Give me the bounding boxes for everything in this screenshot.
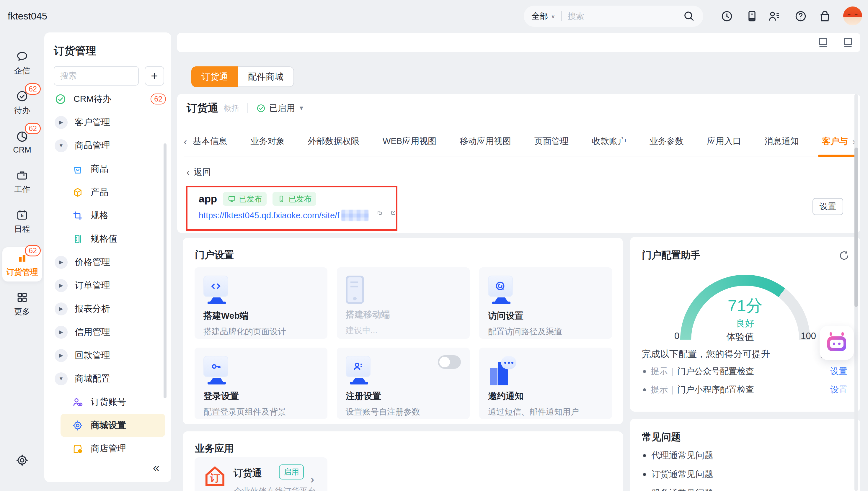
- avatar[interactable]: [843, 6, 862, 25]
- tab-web-view[interactable]: WEB应用视图: [383, 136, 437, 147]
- status-enabled[interactable]: 已启用: [269, 103, 295, 114]
- tab-business-params[interactable]: 业务参数: [649, 136, 684, 147]
- robot-antenna: [841, 332, 844, 336]
- tab-mobile-view[interactable]: 移动应用视图: [460, 136, 511, 147]
- collapse-sidebar-icon[interactable]: «: [153, 461, 160, 474]
- help-icon[interactable]: [794, 10, 807, 23]
- sidebar-item-label: 商店管理: [91, 442, 126, 455]
- tab-parts-mall[interactable]: 配件商城: [238, 66, 294, 87]
- sidebar-title: 订货管理: [54, 44, 96, 58]
- register-toggle[interactable]: [438, 355, 461, 369]
- chevron-right-icon: ▶: [55, 349, 67, 362]
- tab-basic-info[interactable]: 基本信息: [193, 136, 227, 147]
- chevron-down-icon: ▼: [299, 105, 304, 112]
- tabs-scroll-left-icon[interactable]: ‹: [184, 136, 187, 147]
- assistant-setting-link[interactable]: 设置: [830, 384, 847, 396]
- site-settings-button[interactable]: 设置: [812, 198, 843, 215]
- chevron-right-icon[interactable]: ›: [310, 473, 314, 486]
- ai-assistant-button[interactable]: [819, 326, 854, 360]
- sidebar-group-price[interactable]: ▶ 价格管理: [44, 251, 171, 274]
- search-scope-select[interactable]: 全部: [531, 11, 548, 22]
- card-desc: 设置账号自注册参数: [346, 406, 461, 417]
- rail-item-label: 企信: [14, 65, 30, 76]
- settings-gear-icon[interactable]: [16, 454, 29, 467]
- sidebar-scrollbar[interactable]: [164, 143, 167, 398]
- tab-business-object[interactable]: 业务对象: [250, 136, 285, 147]
- assistant-title: 门户配置助手: [642, 249, 700, 262]
- portal-assistant-card: 门户配置助手 71分 良好 0 体验值 100 完成以下配置，您的得分可提升 更…: [630, 237, 860, 412]
- sidebar-item-order-account[interactable]: 订货账号: [44, 391, 171, 414]
- contacts-icon[interactable]: [767, 10, 781, 23]
- search-input[interactable]: [568, 11, 682, 21]
- app-desc: 企业伙伴在线订货平台: [233, 486, 316, 491]
- sidebar-item-product[interactable]: 产品: [44, 181, 171, 204]
- storefront-icon: [72, 443, 84, 455]
- rail-item-crm[interactable]: CRM 62: [2, 125, 42, 159]
- copy-icon[interactable]: [377, 210, 382, 221]
- sidebar-item-spec[interactable]: 规格: [44, 204, 171, 227]
- sidebar-item-spec-value[interactable]: 规格值: [44, 227, 171, 251]
- rail-item-schedule[interactable]: 5 日程: [2, 204, 42, 238]
- web-published-badge: 已发布: [223, 192, 267, 206]
- tab-customer-active[interactable]: 客户与: [822, 136, 850, 147]
- tab-page-mgmt[interactable]: 页面管理: [534, 136, 569, 147]
- open-external-icon[interactable]: [391, 210, 396, 221]
- card-register-settings[interactable]: 注册设置 设置账号自注册参数: [337, 348, 470, 419]
- card-build-web[interactable]: 搭建Web端 搭建品牌化的页面设计: [195, 267, 328, 339]
- faq-item[interactable]: 订货通常见问题: [643, 468, 713, 480]
- sidebar-item-crm-todo[interactable]: CRM待办 62: [44, 87, 171, 111]
- main-scrollbar-thumb[interactable]: [855, 148, 858, 307]
- monitor-icon[interactable]: [817, 36, 829, 49]
- rail-item-label: 更多: [14, 306, 30, 317]
- card-access-settings[interactable]: 访问设置 配置访问路径及渠道: [479, 267, 612, 339]
- monitor-icon-2[interactable]: [842, 36, 854, 49]
- add-button[interactable]: +: [145, 66, 164, 86]
- tab-message-notify[interactable]: 消息通知: [765, 136, 799, 147]
- sidebar-group-order[interactable]: ▶ 订单管理: [44, 274, 171, 297]
- rail-item-more[interactable]: 更多: [2, 287, 42, 321]
- sidebar-search-input[interactable]: [54, 66, 139, 86]
- sidebar-item-label: 规格: [91, 209, 108, 222]
- sidebar-item-goods[interactable]: 商品: [44, 157, 171, 181]
- feedback-icon[interactable]: [746, 10, 758, 23]
- enabled-check-icon: [256, 104, 266, 113]
- sidebar-group-payment[interactable]: ▶ 回款管理: [44, 344, 171, 367]
- refresh-icon[interactable]: [838, 250, 850, 261]
- rail-item-order-mgmt[interactable]: 订货管理 62: [2, 247, 42, 282]
- sidebar-group-report[interactable]: ▶ 报表分析: [44, 297, 171, 320]
- sidebar-item-mall-settings[interactable]: 商城设置: [60, 414, 165, 437]
- org-name: fktest045: [8, 11, 47, 22]
- tab-payment-account[interactable]: 收款账户: [592, 136, 626, 147]
- tab-app-entry[interactable]: 应用入口: [707, 136, 741, 147]
- rail-item-qixin[interactable]: 企信: [2, 46, 42, 80]
- faq-item[interactable]: 服务通常见问题: [643, 487, 713, 491]
- card-invite-notify[interactable]: 邀约通知 通过短信、邮件通知用户: [479, 348, 612, 419]
- tab-dinghuotong[interactable]: 订货通: [191, 66, 238, 87]
- dinghuotong-app-card[interactable]: 订 订货通 启用 › 企业伙伴在线订货平台: [195, 457, 328, 491]
- card-title: 搭建移动端: [346, 309, 461, 321]
- site-url-link[interactable]: https://fktest045.qd.fxiaoke.com/site/f: [199, 211, 339, 221]
- sidebar-group-credit[interactable]: ▶ 信用管理: [44, 320, 171, 344]
- history-icon[interactable]: [720, 10, 733, 23]
- sidebar-item-label: 信用管理: [75, 326, 110, 338]
- tab-external-data[interactable]: 外部数据权限: [308, 136, 359, 147]
- business-apps-card: 业务应用 订 订货通 启用 › 企业伙伴在线订货平台: [183, 431, 623, 491]
- faq-item[interactable]: 代理通常见问题: [643, 450, 713, 461]
- todo-badge: 62: [25, 83, 41, 95]
- shop-bag-icon[interactable]: [818, 10, 831, 23]
- rail-item-todo[interactable]: 待办 62: [2, 86, 42, 120]
- sidebar-panel: 订货管理 + CRM待办 62 ▶ 客户管理 ▼ 商品管理 商品 产品 规格: [44, 32, 171, 482]
- assistant-setting-link[interactable]: 设置: [830, 366, 847, 377]
- content-header-strip: [177, 33, 860, 52]
- global-search[interactable]: 全部 ∨: [524, 6, 703, 27]
- rail-item-work[interactable]: 工作: [2, 165, 42, 199]
- sidebar-item-store-mgmt[interactable]: 商店管理: [44, 437, 171, 460]
- search-icon[interactable]: [682, 10, 696, 23]
- sidebar-item-label: 产品: [91, 186, 108, 198]
- back-button[interactable]: ‹ 返回: [187, 167, 211, 178]
- card-login-settings[interactable]: 登录设置 配置登录页组件及背景: [195, 348, 328, 419]
- sidebar-group-customer[interactable]: ▶ 客户管理: [44, 111, 171, 134]
- mobile-published-badge: 已发布: [273, 192, 316, 206]
- sidebar-group-mall-config[interactable]: ▼ 商城配置: [44, 367, 171, 391]
- sidebar-group-goods[interactable]: ▼ 商品管理: [44, 134, 171, 157]
